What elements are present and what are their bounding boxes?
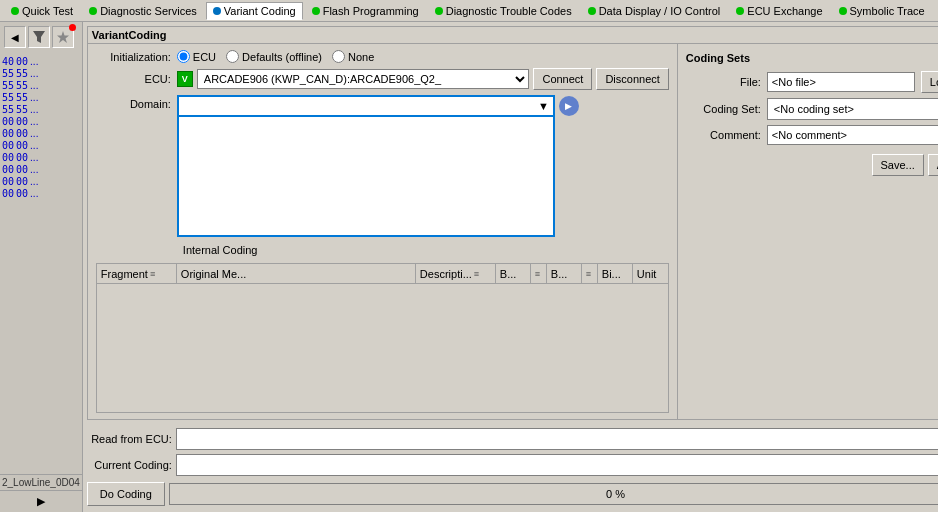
radio-none[interactable]: None: [332, 50, 374, 63]
initialization-label: Initialization:: [96, 51, 171, 63]
coding-sets-panel: Coding Sets File: Load... Configure... C…: [678, 44, 938, 419]
sort-icon-3: ≡: [586, 269, 591, 279]
hex-row-8: 00 00 ...: [2, 152, 80, 163]
read-from-ecu-row: Read from ECU: h: [87, 428, 938, 450]
tab-data-display[interactable]: Data Display / IO Control: [581, 2, 728, 20]
radio-none-input[interactable]: [332, 50, 345, 63]
frag-col-fragment: Fragment ≡: [97, 264, 177, 283]
cs-save-button[interactable]: Save...: [872, 154, 924, 176]
sort-icon-2: ≡: [535, 269, 540, 279]
tab-dot-flash-programming: [312, 7, 320, 15]
tab-variant-coding[interactable]: Variant Coding: [206, 2, 303, 20]
ecu-row: ECU: V ARCADE906 (KWP_CAN_D):ARCADE906_Q…: [96, 68, 669, 90]
tab-label-dtc: Diagnostic Trouble Codes: [446, 5, 572, 17]
main-content: ◀ 40 00: [0, 22, 938, 512]
tab-ecu-exchange[interactable]: ECU Exchange: [729, 2, 829, 20]
hex-row-7: 00 00 ...: [2, 140, 80, 151]
hex-row-3: 55 55 ...: [2, 92, 80, 103]
radio-ecu[interactable]: ECU: [177, 50, 216, 63]
vc-title: VariantCoding: [92, 29, 167, 41]
current-coding-label: Current Coding:: [87, 459, 172, 471]
radio-defaults-input[interactable]: [226, 50, 239, 63]
cs-all-domains-button[interactable]: All Doma...: [928, 154, 938, 176]
radio-ecu-label: ECU: [193, 51, 216, 63]
radio-defaults[interactable]: Defaults (offline): [226, 50, 322, 63]
current-coding-input[interactable]: [176, 454, 938, 476]
frag-col-b2-label: B...: [551, 268, 568, 280]
left-config-form: Initialization: ECU Defaults (offline): [88, 44, 678, 419]
tab-flash-programming[interactable]: Flash Programming: [305, 2, 426, 20]
ecu-select[interactable]: ARCADE906 (KWP_CAN_D):ARCADE906_Q2_: [197, 69, 530, 89]
tab-label-diagnostic-services: Diagnostic Services: [100, 5, 197, 17]
hex-row-4: 55 55 ...: [2, 104, 80, 115]
vc-header: VariantCoding: [88, 27, 938, 44]
frag-col-b1-label: B...: [500, 268, 517, 280]
tab-dot-diagnostic-services: [89, 7, 97, 15]
hex-row-9: 00 00 ...: [2, 164, 80, 175]
frag-col-b1: B...: [496, 264, 531, 283]
coding-sets-title: Coding Sets: [686, 50, 938, 66]
tab-quick-test[interactable]: Quick Test: [4, 2, 80, 20]
cs-file-label: File:: [686, 76, 761, 88]
frag-col-unit: Unit: [633, 264, 668, 283]
cs-coding-set-row: Coding Set: <No coding set>: [686, 98, 938, 120]
tab-dot-variant-coding: [213, 7, 221, 15]
fragment-table-header: Fragment ≡ Original Me... Descripti... ≡: [97, 264, 668, 284]
tab-dot-quick-test: [11, 7, 19, 15]
cs-coding-set-select[interactable]: <No coding set>: [767, 98, 938, 120]
tab-label-data-display: Data Display / IO Control: [599, 5, 721, 17]
cs-coding-set-label: Coding Set:: [686, 103, 761, 115]
sidebar-ecu-label: 2_LowLine_0D04: [0, 474, 82, 490]
tab-dot-dtc: [435, 7, 443, 15]
initialization-radio-group: ECU Defaults (offline) None: [177, 50, 374, 63]
read-from-ecu-label: Read from ECU:: [87, 433, 172, 445]
hex-row-5: 00 00 ...: [2, 116, 80, 127]
radio-ecu-input[interactable]: [177, 50, 190, 63]
tab-diagnostic-services[interactable]: Diagnostic Services: [82, 2, 204, 20]
connect-button[interactable]: Connect: [533, 68, 592, 90]
svg-marker-0: [33, 31, 45, 43]
tab-diagnostic-trouble-codes[interactable]: Diagnostic Trouble Codes: [428, 2, 579, 20]
tool-window: Quick Test Diagnostic Services Variant C…: [0, 0, 938, 512]
sidebar-controls: ◀: [0, 22, 82, 52]
cs-actions: Save... All Doma... Delete: [686, 154, 938, 176]
sidebar-expand-btn[interactable]: ▶: [0, 490, 82, 512]
domain-dropdown: ▼: [177, 95, 555, 237]
frag-col-b2: B...: [547, 264, 582, 283]
tab-label-symbolic-trace: Symbolic Trace: [850, 5, 925, 17]
do-coding-button[interactable]: Do Coding: [87, 482, 165, 506]
hex-data-area: 40 00 ... 55 55 ... 55 55 ... 55 55: [0, 52, 82, 474]
sidebar-back-btn[interactable]: ◀: [4, 26, 26, 48]
initialization-row: Initialization: ECU Defaults (offline): [96, 50, 669, 63]
vc-form-area: Initialization: ECU Defaults (offline): [88, 44, 938, 419]
tab-label-quick-test: Quick Test: [22, 5, 73, 17]
read-from-ecu-input[interactable]: [176, 428, 938, 450]
sidebar-filter-btn[interactable]: [28, 26, 50, 48]
radio-none-label: None: [348, 51, 374, 63]
tab-symbolic-trace[interactable]: Symbolic Trace: [832, 2, 932, 20]
ecu-select-area: V ARCADE906 (KWP_CAN_D):ARCADE906_Q2_ Co…: [177, 68, 669, 90]
do-coding-area: Do Coding 0 %: [87, 480, 938, 508]
cs-file-input[interactable]: [767, 72, 915, 92]
hex-row-1: 55 55 ...: [2, 68, 80, 79]
tab-bar: Quick Test Diagnostic Services Variant C…: [0, 0, 938, 22]
domain-select-header[interactable]: ▼: [177, 95, 555, 117]
disconnect-button[interactable]: Disconnect: [596, 68, 668, 90]
right-panel: VariantCoding Initialization: ECU: [83, 22, 938, 512]
variant-coding-panel: VariantCoding Initialization: ECU: [87, 26, 938, 420]
svg-marker-1: [57, 31, 69, 43]
domain-arrow-btn[interactable]: [559, 96, 579, 116]
hex-row-2: 55 55 ...: [2, 80, 80, 91]
frag-col-sort3: ≡: [582, 264, 598, 283]
hex-row-10: 00 00 ...: [2, 176, 80, 187]
frag-col-bi: Bi...: [598, 264, 633, 283]
domain-dropdown-list[interactable]: [177, 117, 555, 237]
cs-load-button[interactable]: Load...: [921, 71, 938, 93]
progress-bar: 0 %: [169, 483, 938, 505]
cs-comment-input[interactable]: [767, 125, 938, 145]
tab-dot-symbolic-trace: [839, 7, 847, 15]
frag-col-bi-label: Bi...: [602, 268, 621, 280]
radio-defaults-label: Defaults (offline): [242, 51, 322, 63]
frag-col-orig-label: Original Me...: [181, 268, 246, 280]
tab-dot-data-display: [588, 7, 596, 15]
